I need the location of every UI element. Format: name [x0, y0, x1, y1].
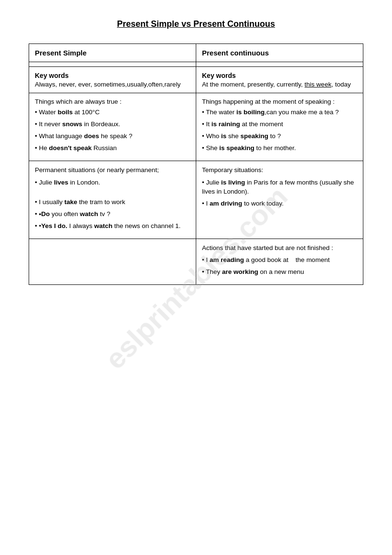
permanent-heading: Permanent situations (or nearly permanen…	[35, 166, 190, 175]
temporary-list: Julie is living in Paris for a few month…	[202, 178, 357, 208]
temporary-section: Temporary situations: Julie is living in…	[202, 166, 357, 209]
keywords-simple-label: Key words	[35, 72, 190, 79]
keywords-continuous-cell: Key words At the moment, presently, curr…	[196, 67, 363, 93]
list-item: Julie is living in Paris for a few month…	[202, 178, 357, 196]
happening-now-heading: Things happening at the moment of speaki…	[202, 98, 357, 105]
actions-list: I am reading a good book at the moment T…	[202, 256, 357, 277]
keywords-continuous-values: At the moment, presently, currently, thi…	[202, 81, 351, 88]
list-item: I am driving to work today.	[202, 199, 357, 208]
list-item: The water is boiling,can you make me a t…	[202, 108, 357, 117]
always-happening-row: Things which are always true : Water boi…	[29, 93, 363, 161]
permanent-temporary-row: Permanent situations (or nearly permanen…	[29, 161, 363, 239]
temporary-cell: Temporary situations: Julie is living in…	[196, 161, 363, 239]
actions-section: Actions that have started but are not fi…	[202, 244, 357, 277]
list-item: I am reading a good book at the moment	[202, 256, 357, 265]
kw-end: , today	[331, 81, 351, 88]
happening-now-cell: Things happening at the moment of speaki…	[196, 93, 363, 161]
list-item: Who is she speaking to ?	[202, 132, 357, 141]
happening-now-list: The water is boiling,can you make me a t…	[202, 108, 357, 153]
permanent-extra-list: I usually take the tram to work •Do you …	[35, 198, 190, 231]
list-item: He doesn't speak Russian	[35, 144, 190, 153]
list-item: What language does he speak ?	[35, 132, 190, 141]
list-item: She is speaking to her mother.	[202, 144, 357, 153]
header-col1: Present Simple	[29, 44, 196, 62]
header-col2: Present continuous	[196, 44, 363, 62]
keywords-simple-cell: Key words Always, never, ever, sometimes…	[29, 67, 196, 93]
list-item: It never snows in Bordeaux.	[35, 120, 190, 129]
header-row: Present Simple Present continuous	[29, 44, 363, 62]
actions-empty-cell	[29, 239, 196, 285]
actions-started-row: Actions that have started but are not fi…	[29, 239, 363, 285]
permanent-list: Julie lives in London.	[35, 178, 190, 187]
page-title: Present Simple vs Present Continuous	[29, 19, 363, 29]
always-true-cell: Things which are always true : Water boi…	[29, 93, 196, 161]
main-table: Present Simple Present continuous Key wo…	[29, 44, 363, 285]
keywords-continuous-label: Key words	[202, 72, 357, 79]
list-item: It is raining at the moment	[202, 120, 357, 129]
kw-plain: At the moment, presently, currently,	[202, 81, 303, 88]
spacer-row	[29, 62, 363, 67]
kw-underline: this week	[305, 81, 331, 88]
list-item: I usually take the tram to work	[35, 198, 190, 207]
list-item: •Yes I do. I always watch the news on ch…	[35, 222, 190, 231]
list-item: •Do you often watch tv ?	[35, 210, 190, 219]
permanent-section: Permanent situations (or nearly permanen…	[35, 166, 190, 231]
keywords-row: Key words Always, never, ever, sometimes…	[29, 67, 363, 93]
actions-started-cell: Actions that have started but are not fi…	[196, 239, 363, 285]
temporary-heading: Temporary situations:	[202, 166, 357, 175]
list-item: Water boils at 100°C	[35, 108, 190, 117]
actions-heading: Actions that have started but are not fi…	[202, 244, 357, 253]
always-true-heading: Things which are always true :	[35, 98, 190, 105]
list-item: They are working on a new menu	[202, 268, 357, 277]
permanent-cell: Permanent situations (or nearly permanen…	[29, 161, 196, 239]
list-item: Julie lives in London.	[35, 178, 190, 187]
always-true-list: Water boils at 100°C It never snows in B…	[35, 108, 190, 153]
keywords-simple-values: Always, never, ever, sometimes,usually,o…	[35, 81, 180, 88]
